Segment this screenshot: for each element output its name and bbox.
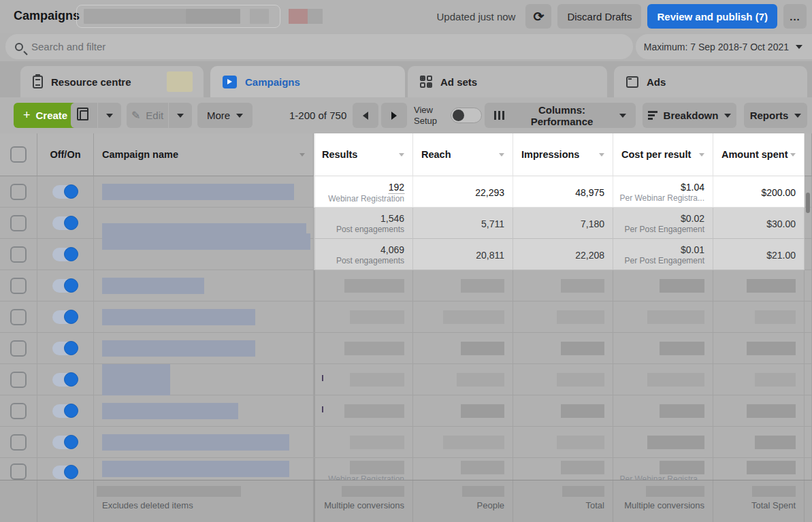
tab-resource-centre[interactable]: Resource centre [20, 66, 204, 97]
campaign-toggle-on[interactable] [52, 436, 78, 449]
impressions-cell [513, 458, 613, 480]
results-cell: 192 Webinar Registration [314, 176, 413, 208]
sort-caret-icon[interactable] [299, 153, 305, 157]
sort-caret-icon[interactable] [499, 153, 504, 157]
sort-caret-icon[interactable] [790, 153, 796, 157]
impressions-cell [513, 301, 613, 333]
table-row[interactable] [0, 333, 812, 364]
header-cost-per-result[interactable]: Cost per result [613, 133, 713, 176]
row-checkbox[interactable] [10, 403, 27, 419]
view-setup-toggle[interactable] [451, 108, 482, 123]
header-reach[interactable]: Reach [413, 133, 513, 176]
vertical-scrollbar-thumb[interactable] [806, 193, 810, 213]
redacted-account-name [84, 9, 186, 24]
duplicate-dropdown-button[interactable] [98, 103, 121, 128]
campaign-toggle-on[interactable] [52, 310, 78, 324]
discard-drafts-button[interactable]: Discard Drafts [557, 4, 641, 29]
row-select-cell [0, 239, 37, 270]
tab-campaigns[interactable]: Campaigns [210, 66, 405, 97]
spent-cell [713, 333, 805, 364]
review-publish-button[interactable]: Review and publish (7) [647, 4, 777, 29]
results-value[interactable]: 192 [389, 181, 404, 194]
table-row[interactable]: 192 Webinar Registration 22,293 48,975 $… [0, 176, 812, 208]
more-options-button[interactable]: ... [783, 4, 807, 29]
select-all-checkbox[interactable] [10, 146, 27, 163]
redacted-value [747, 461, 796, 474]
previous-page-button[interactable] [353, 103, 378, 128]
columns-icon [494, 111, 504, 120]
impressions-value: 7,180 [581, 218, 604, 230]
header-amount-spent[interactable]: Amount spent [713, 133, 805, 176]
results-cell [314, 333, 413, 364]
spent-cell [713, 364, 805, 395]
table-row[interactable] [0, 301, 812, 333]
results-cell [314, 395, 413, 427]
tab-ads[interactable]: Ads [614, 66, 807, 97]
columns-button[interactable]: Columns: Performance [485, 103, 636, 128]
row-checkbox[interactable] [10, 340, 27, 357]
tab-label: Ads [647, 76, 666, 88]
campaign-toggle-on[interactable] [52, 466, 78, 479]
sort-caret-icon[interactable] [699, 153, 704, 157]
spent-value: $200.00 [761, 186, 796, 199]
row-checkbox[interactable] [10, 372, 27, 388]
blur-artifact [322, 406, 323, 412]
refresh-button[interactable]: ⟳ [525, 4, 551, 29]
sort-caret-icon[interactable] [399, 153, 404, 157]
cost-type: Per Post Engagement [625, 225, 704, 235]
campaign-toggle-on[interactable] [52, 216, 78, 230]
row-checkbox[interactable] [10, 215, 27, 231]
row-checkbox[interactable] [10, 184, 27, 200]
campaign-toggle-on[interactable] [52, 404, 78, 418]
toggle-knob [64, 465, 78, 479]
table-row[interactable] [0, 270, 812, 301]
campaign-toggle-on[interactable] [52, 248, 78, 261]
tab-label: Resource centre [51, 76, 131, 88]
reach-cell [413, 427, 513, 458]
campaign-toggle-on[interactable] [52, 373, 78, 387]
table-row[interactable] [0, 427, 812, 458]
header-impressions[interactable]: Impressions [513, 133, 613, 176]
reports-button[interactable]: Reports [744, 103, 807, 128]
table-toolbar: + Create ✎ Edit More 1-200 of 750 View S… [0, 97, 812, 133]
row-checkbox[interactable] [10, 309, 27, 325]
campaign-toggle-on[interactable] [52, 279, 78, 293]
table-row[interactable] [0, 395, 812, 427]
edit-button[interactable]: ✎ Edit [127, 103, 168, 128]
row-toggle-cell [37, 208, 94, 239]
campaign-toggle-on[interactable] [52, 185, 78, 199]
row-checkbox[interactable] [10, 278, 27, 294]
header-campaign-name[interactable]: Campaign name [94, 133, 314, 176]
row-checkbox[interactable] [10, 246, 27, 263]
create-button[interactable]: + Create [14, 103, 77, 128]
chevron-down-icon [236, 114, 243, 118]
sort-caret-icon[interactable] [599, 153, 604, 157]
results-type: Webinar Registration [328, 194, 404, 204]
redacted-value [344, 342, 404, 355]
edit-dropdown-button[interactable] [169, 103, 192, 128]
results-type: Webinar Registration [328, 474, 404, 480]
summary-results-cell: Multiple conversions [314, 480, 413, 522]
row-checkbox[interactable] [10, 463, 27, 480]
row-checkbox[interactable] [10, 434, 27, 451]
summary-spent-cell: Total Spent [713, 480, 805, 522]
more-menu-button[interactable]: More [197, 103, 253, 128]
tab-ad-sets[interactable]: Ad sets [408, 66, 607, 97]
account-dropdown[interactable] [76, 5, 280, 28]
redacted-value [660, 404, 704, 418]
toggle-knob [64, 247, 78, 261]
duplicate-button[interactable] [71, 103, 97, 128]
campaign-toggle-on[interactable] [52, 342, 78, 355]
spent-cell [713, 395, 805, 427]
breakdown-button[interactable]: Breakdown [643, 103, 736, 128]
table-row[interactable]: Webinar Registration Per Webinar Registr… [0, 458, 812, 480]
date-range-selector[interactable]: Maximum: 7 Sep 2018-7 Oct 2021 [636, 34, 812, 59]
header-results[interactable]: Results [314, 133, 413, 176]
next-page-button[interactable] [381, 103, 407, 128]
table-row[interactable] [0, 364, 812, 395]
spent-cell: $30.00 [713, 208, 805, 239]
blur-artifact [322, 375, 323, 381]
results-cell: Webinar Registration [314, 458, 413, 480]
search-input[interactable]: Search and filter [5, 34, 633, 59]
table-row[interactable]: 4,069 Post engagements 20,811 22,208 $0.… [0, 239, 812, 270]
